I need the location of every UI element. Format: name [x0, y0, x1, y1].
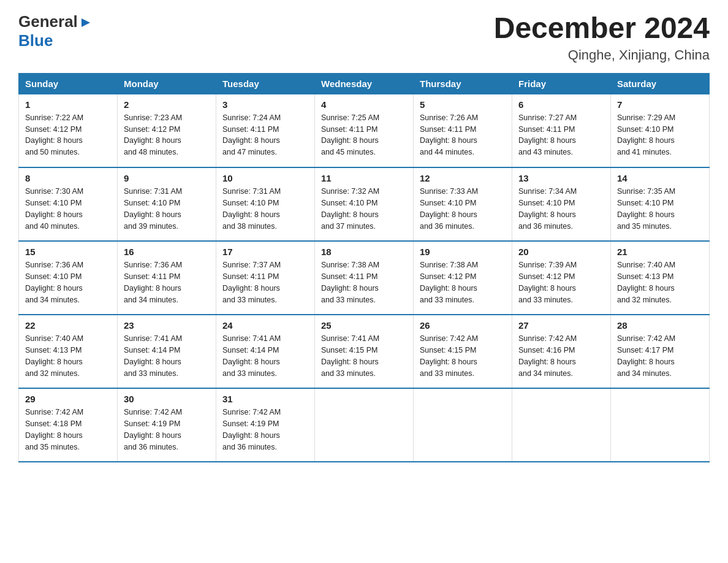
day-number: 25 [321, 320, 407, 331]
calendar-day-header: Thursday [414, 73, 512, 94]
day-number: 7 [617, 99, 703, 110]
day-number: 14 [617, 173, 703, 183]
calendar-week-row: 22Sunrise: 7:40 AM Sunset: 4:13 PM Dayli… [19, 315, 710, 388]
day-number: 6 [518, 99, 604, 110]
day-number: 30 [124, 394, 210, 404]
day-info: Sunrise: 7:36 AM Sunset: 4:11 PM Dayligh… [124, 259, 210, 305]
day-info: Sunrise: 7:37 AM Sunset: 4:11 PM Dayligh… [222, 259, 308, 305]
calendar-day-header: Tuesday [216, 73, 315, 94]
calendar-header-row: SundayMondayTuesdayWednesdayThursdayFrid… [19, 73, 710, 94]
day-number: 13 [518, 173, 604, 183]
day-info: Sunrise: 7:42 AM Sunset: 4:19 PM Dayligh… [222, 407, 308, 453]
day-number: 10 [222, 173, 308, 183]
day-info: Sunrise: 7:41 AM Sunset: 4:15 PM Dayligh… [321, 333, 407, 379]
day-number: 1 [25, 99, 111, 110]
calendar-cell: 9Sunrise: 7:31 AM Sunset: 4:10 PM Daylig… [118, 167, 216, 241]
day-number: 22 [25, 320, 111, 331]
calendar-cell: 12Sunrise: 7:33 AM Sunset: 4:10 PM Dayli… [414, 167, 512, 241]
day-number: 5 [420, 99, 506, 110]
calendar-table: SundayMondayTuesdayWednesdayThursdayFrid… [18, 73, 710, 463]
day-info: Sunrise: 7:34 AM Sunset: 4:10 PM Dayligh… [518, 186, 604, 232]
calendar-week-row: 15Sunrise: 7:36 AM Sunset: 4:10 PM Dayli… [19, 241, 710, 315]
day-info: Sunrise: 7:42 AM Sunset: 4:19 PM Dayligh… [124, 407, 210, 453]
calendar-cell: 8Sunrise: 7:30 AM Sunset: 4:10 PM Daylig… [19, 167, 118, 241]
logo-arrow-icon [79, 16, 93, 29]
calendar-cell: 1Sunrise: 7:22 AM Sunset: 4:12 PM Daylig… [19, 94, 118, 167]
day-info: Sunrise: 7:23 AM Sunset: 4:12 PM Dayligh… [124, 112, 210, 158]
calendar-cell: 22Sunrise: 7:40 AM Sunset: 4:13 PM Dayli… [19, 315, 118, 388]
day-info: Sunrise: 7:33 AM Sunset: 4:10 PM Dayligh… [420, 186, 506, 232]
calendar-cell: 25Sunrise: 7:41 AM Sunset: 4:15 PM Dayli… [315, 315, 414, 388]
day-info: Sunrise: 7:41 AM Sunset: 4:14 PM Dayligh… [222, 333, 308, 379]
calendar-cell: 23Sunrise: 7:41 AM Sunset: 4:14 PM Dayli… [118, 315, 216, 388]
day-info: Sunrise: 7:39 AM Sunset: 4:12 PM Dayligh… [518, 259, 604, 305]
calendar-cell: 21Sunrise: 7:40 AM Sunset: 4:13 PM Dayli… [611, 241, 710, 315]
day-info: Sunrise: 7:29 AM Sunset: 4:10 PM Dayligh… [617, 112, 703, 158]
calendar-day-header: Friday [512, 73, 611, 94]
calendar-cell: 7Sunrise: 7:29 AM Sunset: 4:10 PM Daylig… [611, 94, 710, 167]
calendar-cell: 2Sunrise: 7:23 AM Sunset: 4:12 PM Daylig… [118, 94, 216, 167]
calendar-cell: 20Sunrise: 7:39 AM Sunset: 4:12 PM Dayli… [512, 241, 611, 315]
title-block: December 2024 Qinghe, Xinjiang, China [494, 12, 710, 63]
calendar-cell: 5Sunrise: 7:26 AM Sunset: 4:11 PM Daylig… [414, 94, 512, 167]
day-info: Sunrise: 7:40 AM Sunset: 4:13 PM Dayligh… [617, 259, 703, 305]
day-number: 3 [222, 99, 308, 110]
svg-marker-0 [82, 18, 90, 27]
calendar-cell: 15Sunrise: 7:36 AM Sunset: 4:10 PM Dayli… [19, 241, 118, 315]
day-number: 23 [124, 320, 210, 331]
calendar-cell: 4Sunrise: 7:25 AM Sunset: 4:11 PM Daylig… [315, 94, 414, 167]
day-number: 18 [321, 247, 407, 257]
calendar-cell: 13Sunrise: 7:34 AM Sunset: 4:10 PM Dayli… [512, 167, 611, 241]
calendar-cell [611, 388, 710, 462]
calendar-day-header: Sunday [19, 73, 118, 94]
logo-general: General [18, 12, 78, 31]
day-info: Sunrise: 7:41 AM Sunset: 4:14 PM Dayligh… [124, 333, 210, 379]
day-number: 8 [25, 173, 111, 183]
day-info: Sunrise: 7:27 AM Sunset: 4:11 PM Dayligh… [518, 112, 604, 158]
calendar-cell: 26Sunrise: 7:42 AM Sunset: 4:15 PM Dayli… [414, 315, 512, 388]
day-number: 9 [124, 173, 210, 183]
day-number: 17 [222, 247, 308, 257]
calendar-cell: 6Sunrise: 7:27 AM Sunset: 4:11 PM Daylig… [512, 94, 611, 167]
calendar-cell [315, 388, 414, 462]
calendar-cell: 17Sunrise: 7:37 AM Sunset: 4:11 PM Dayli… [216, 241, 315, 315]
calendar-cell: 31Sunrise: 7:42 AM Sunset: 4:19 PM Dayli… [216, 388, 315, 462]
day-info: Sunrise: 7:42 AM Sunset: 4:15 PM Dayligh… [420, 333, 506, 379]
day-number: 19 [420, 247, 506, 257]
calendar-cell: 14Sunrise: 7:35 AM Sunset: 4:10 PM Dayli… [611, 167, 710, 241]
calendar-cell: 29Sunrise: 7:42 AM Sunset: 4:18 PM Dayli… [19, 388, 118, 462]
day-info: Sunrise: 7:25 AM Sunset: 4:11 PM Dayligh… [321, 112, 407, 158]
day-number: 26 [420, 320, 506, 331]
day-number: 28 [617, 320, 703, 331]
calendar-cell: 18Sunrise: 7:38 AM Sunset: 4:11 PM Dayli… [315, 241, 414, 315]
day-number: 29 [25, 394, 111, 404]
day-number: 20 [518, 247, 604, 257]
calendar-cell: 27Sunrise: 7:42 AM Sunset: 4:16 PM Dayli… [512, 315, 611, 388]
calendar-cell [512, 388, 611, 462]
day-info: Sunrise: 7:30 AM Sunset: 4:10 PM Dayligh… [25, 186, 111, 232]
page-title: December 2024 [494, 12, 710, 45]
calendar-week-row: 1Sunrise: 7:22 AM Sunset: 4:12 PM Daylig… [19, 94, 710, 167]
calendar-cell: 30Sunrise: 7:42 AM Sunset: 4:19 PM Dayli… [118, 388, 216, 462]
logo-blue: Blue [18, 31, 53, 50]
day-number: 11 [321, 173, 407, 183]
calendar-cell: 11Sunrise: 7:32 AM Sunset: 4:10 PM Dayli… [315, 167, 414, 241]
day-number: 21 [617, 247, 703, 257]
day-info: Sunrise: 7:42 AM Sunset: 4:17 PM Dayligh… [617, 333, 703, 379]
logo: General Blue [18, 12, 93, 50]
calendar-day-header: Monday [118, 73, 216, 94]
day-info: Sunrise: 7:31 AM Sunset: 4:10 PM Dayligh… [124, 186, 210, 232]
calendar-cell: 24Sunrise: 7:41 AM Sunset: 4:14 PM Dayli… [216, 315, 315, 388]
calendar-day-header: Wednesday [315, 73, 414, 94]
calendar-week-row: 29Sunrise: 7:42 AM Sunset: 4:18 PM Dayli… [19, 388, 710, 462]
day-info: Sunrise: 7:35 AM Sunset: 4:10 PM Dayligh… [617, 186, 703, 232]
calendar-cell: 19Sunrise: 7:38 AM Sunset: 4:12 PM Dayli… [414, 241, 512, 315]
day-info: Sunrise: 7:36 AM Sunset: 4:10 PM Dayligh… [25, 259, 111, 305]
calendar-week-row: 8Sunrise: 7:30 AM Sunset: 4:10 PM Daylig… [19, 167, 710, 241]
day-number: 12 [420, 173, 506, 183]
page-subtitle: Qinghe, Xinjiang, China [494, 47, 710, 63]
calendar-cell: 28Sunrise: 7:42 AM Sunset: 4:17 PM Dayli… [611, 315, 710, 388]
page-header: General Blue December 2024 Qinghe, Xinji… [18, 12, 710, 63]
day-info: Sunrise: 7:24 AM Sunset: 4:11 PM Dayligh… [222, 112, 308, 158]
day-info: Sunrise: 7:42 AM Sunset: 4:16 PM Dayligh… [518, 333, 604, 379]
